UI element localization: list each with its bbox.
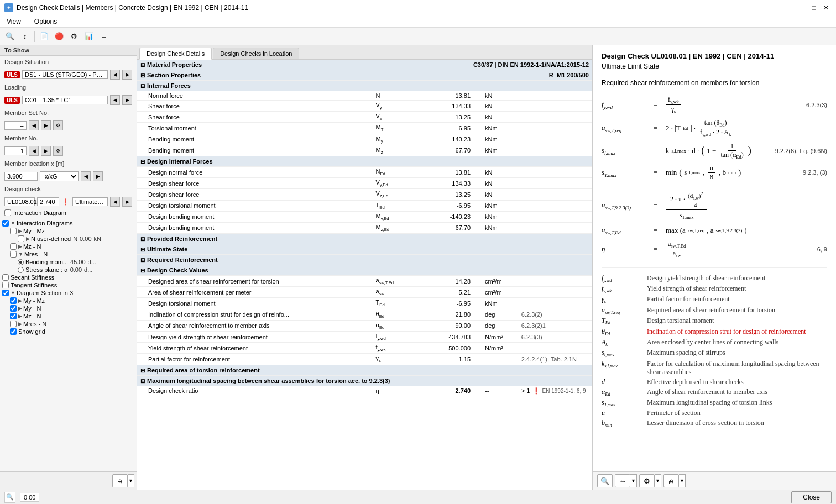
- tree-my-mz[interactable]: ▶ My - Mz: [8, 227, 137, 235]
- print-btn[interactable]: 🖨: [112, 474, 128, 487]
- menu-view[interactable]: View: [4, 17, 23, 27]
- table-row: Area of shear reinforcement per meter as…: [137, 287, 592, 298]
- toolbar-btn-5[interactable]: ⚙: [67, 30, 81, 43]
- tree-tangent-stiffness[interactable]: Tangent Stiffness: [0, 281, 137, 289]
- tree-mres-n[interactable]: ▼ Mres - N: [8, 250, 137, 258]
- main-layout: To Show Design Situation ULS DS1 - ULS (…: [0, 45, 836, 490]
- interaction-diagram-checkbox-row[interactable]: Interaction Diagram: [0, 208, 137, 217]
- rp-btn-2[interactable]: ↔: [615, 474, 630, 487]
- status-search-btn[interactable]: 🔍: [4, 492, 15, 503]
- tree-check-mz-n[interactable]: [10, 243, 17, 250]
- tree-check-n-user[interactable]: [18, 235, 24, 242]
- maximize-button[interactable]: □: [808, 2, 819, 13]
- loc-prev-btn[interactable]: ◀: [81, 171, 91, 181]
- loading-value[interactable]: CO1 - 1.35 * LC1: [22, 96, 108, 104]
- tree-label-mz-n: Mz - N: [23, 243, 41, 250]
- toolbar-btn-3[interactable]: 📄: [38, 30, 51, 43]
- loading-prev-btn[interactable]: ◀: [110, 95, 120, 105]
- member-location-input[interactable]: 3.600: [4, 172, 38, 181]
- rp-btn-3[interactable]: ⚙: [639, 474, 655, 487]
- tree-mz-n[interactable]: ▶ Mz - N: [8, 243, 137, 250]
- rp-btn-print-arrow[interactable]: ▼: [679, 474, 686, 487]
- formula-4: sT,max = min ( sl,max, u 8 , bmin ) 9.2.…: [602, 164, 827, 181]
- tree-check-tangent[interactable]: [2, 282, 9, 288]
- tree-my-mz-2[interactable]: ▶ My - Mz: [8, 297, 137, 305]
- properties-table: ⊞Material Properties C30/37 | DIN EN 199…: [137, 60, 592, 396]
- tree-check-my-mz-2[interactable]: [10, 297, 17, 304]
- check-prev-btn[interactable]: ◀: [110, 197, 120, 207]
- print-dropdown-btn[interactable]: ▼: [128, 474, 134, 487]
- tree-secant-stiffness[interactable]: Secant Stiffness: [0, 274, 137, 281]
- table-row: Shear force Vy 134.33 kN: [137, 101, 592, 112]
- toolbar-btn-7[interactable]: ≡: [97, 30, 111, 43]
- tree-check-mres-n-2[interactable]: [10, 321, 17, 327]
- tab-design-check-details[interactable]: Design Check Details: [139, 48, 212, 60]
- tree-n-user-defined[interactable]: ▶ N user-defined N 0.00 kN: [15, 235, 137, 243]
- rp-btn-1[interactable]: 🔍: [597, 474, 613, 487]
- mn-next-btn[interactable]: ▶: [41, 146, 51, 156]
- menu-options[interactable]: Options: [32, 17, 59, 27]
- rp-btn-print[interactable]: 🖨: [663, 474, 679, 487]
- design-check-values-header[interactable]: ⊟Design Check Values: [137, 265, 592, 276]
- toolbar-btn-4[interactable]: 🔴: [53, 30, 66, 43]
- close-button[interactable]: Close: [791, 491, 832, 503]
- ds-prev-btn[interactable]: ◀: [110, 70, 120, 80]
- material-properties-row[interactable]: ⊞Material Properties C30/37 | DIN EN 199…: [137, 60, 592, 70]
- design-internal-forces-header[interactable]: ⊟Design Internal Forces: [137, 156, 592, 166]
- ms-prev-btn[interactable]: ◀: [29, 120, 39, 130]
- minimize-button[interactable]: ─: [796, 2, 807, 13]
- tree-mz-n-2[interactable]: ▶ Mz - N: [8, 312, 137, 320]
- loading-next-btn[interactable]: ▶: [122, 95, 132, 105]
- tree-mres-n-2[interactable]: ▶ Mres - N: [8, 320, 137, 328]
- check-next-btn[interactable]: ▶: [122, 197, 132, 207]
- check-type[interactable]: Ultimate Li...: [72, 197, 108, 206]
- member-location-value-row: 3.600 x/xG ◀ ▶: [0, 170, 137, 183]
- radio-stress-plane[interactable]: [18, 267, 24, 273]
- tree-check-mz-n-2[interactable]: [10, 313, 17, 319]
- interaction-diagram-checkbox[interactable]: [4, 209, 11, 216]
- internal-forces-header[interactable]: ⊟Internal Forces: [137, 81, 592, 91]
- toolbar-btn-1[interactable]: 🔍: [3, 30, 17, 43]
- design-situation-value[interactable]: DS1 - ULS (STR/GEO) - Perma...: [22, 70, 108, 79]
- internal-forces-label: Internal Forces: [147, 82, 191, 89]
- check-ratio[interactable]: 2.740: [37, 197, 59, 206]
- radio-bending-mom[interactable]: [18, 259, 24, 265]
- member-location-dropdown[interactable]: x/xG: [40, 171, 79, 181]
- ultimate-state-header[interactable]: ⊞Ultimate State: [137, 244, 592, 255]
- ds-next-btn[interactable]: ▶: [122, 70, 132, 80]
- provided-reinforcement-header[interactable]: ⊞Provided Reinforcement: [137, 234, 592, 244]
- rp-btn-2-arrow[interactable]: ▼: [630, 474, 637, 487]
- member-no-input[interactable]: 1: [4, 146, 27, 155]
- tab-design-checks-location[interactable]: Design Checks in Location: [213, 48, 299, 59]
- ms-next-btn[interactable]: ▶: [41, 120, 51, 130]
- section-properties-row[interactable]: ⊞Section Properties R_M1 200/500: [137, 70, 592, 81]
- tree-stress-plane[interactable]: Stress plane : α 0.00 d...: [15, 266, 137, 274]
- toolbar-btn-6[interactable]: 📊: [82, 30, 96, 43]
- loc-next-btn[interactable]: ▶: [93, 171, 103, 181]
- tree-check-diagram-section[interactable]: [2, 290, 9, 296]
- rp-btn-3-arrow[interactable]: ▼: [655, 474, 661, 487]
- ms-action-btn[interactable]: ⚙: [53, 120, 63, 130]
- mn-prev-btn[interactable]: ◀: [29, 146, 39, 156]
- tree-label-my-n: My - N: [23, 305, 41, 312]
- required-reinforcement-header[interactable]: ⊞Required Reinforcement: [137, 255, 592, 265]
- close-window-button[interactable]: ✕: [821, 2, 832, 13]
- max-spacing-header[interactable]: ⊞Maximum longitudinal spacing between sh…: [137, 375, 592, 386]
- tree-check-secant[interactable]: [2, 274, 9, 281]
- toolbar-btn-2[interactable]: ↕: [18, 30, 32, 43]
- ratio-warn-icon: ❗: [532, 387, 540, 394]
- tree-check-show-grid[interactable]: [10, 328, 17, 335]
- tree-check-mres-n[interactable]: [10, 251, 17, 258]
- mn-action-btn[interactable]: ⚙: [53, 146, 63, 156]
- tree-check-my-mz[interactable]: [10, 228, 17, 234]
- tree-show-grid[interactable]: Show grid: [8, 328, 137, 335]
- check-id[interactable]: UL0108.01: [4, 197, 35, 206]
- tree-check-my-n[interactable]: [10, 305, 17, 312]
- tree-diagram-section[interactable]: ▼ Diagram Section in 3: [0, 289, 137, 297]
- tree-check-interaction-diagrams[interactable]: [2, 220, 9, 227]
- tree-interaction-diagrams[interactable]: ▼ Interaction Diagrams: [0, 219, 137, 227]
- tree-bending-mom[interactable]: Bending mom... 45.00 d...: [15, 258, 137, 266]
- tree-my-n[interactable]: ▶ My - N: [8, 305, 137, 312]
- member-set-no-input[interactable]: --: [4, 121, 27, 130]
- req-torsion-header[interactable]: ⊞Required area of torsion reinforcement: [137, 365, 592, 375]
